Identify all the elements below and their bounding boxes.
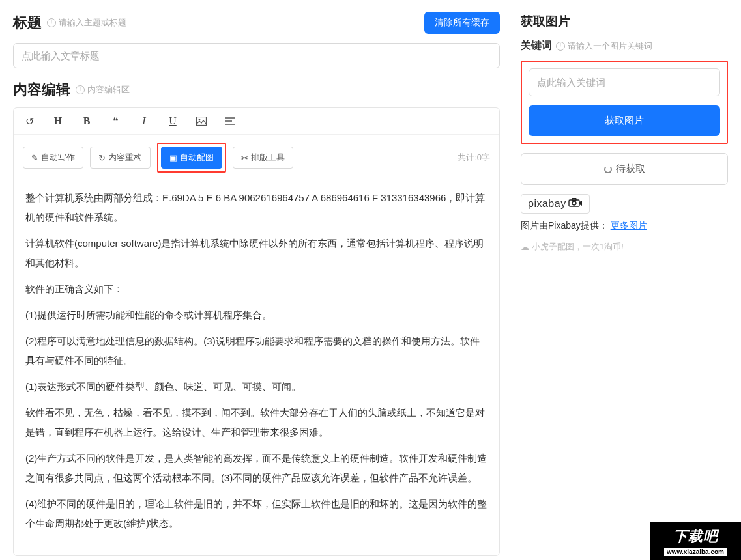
paragraph: (2)生产方式不同的软件是开发，是人类智能的高发挥，而不是传统意义上的硬件制造。…	[25, 449, 487, 488]
article-title-input[interactable]	[13, 43, 500, 68]
paragraph: 软件看不见，无色，枯燥，看不见，摸不到，闻不到。软件大部分存在于人们的头脑或纸上…	[25, 403, 487, 442]
tool-icon: ✂	[241, 153, 248, 163]
paragraph: 软件的正确含义如下：	[25, 279, 487, 299]
svg-point-6	[572, 201, 576, 205]
svg-rect-7	[572, 199, 576, 201]
main-panel: 标题 ! 请输入主题或标题 清除所有缓存 内容编辑 ! 内容编辑区 ↺ H	[0, 0, 513, 556]
pixabay-badge: pixabay	[521, 194, 590, 214]
camera-icon	[568, 198, 583, 210]
clear-cache-button[interactable]: 清除所有缓存	[424, 12, 500, 34]
paragraph: (1)提供运行时所需功能和性能的命令或计算机程序集合。	[25, 305, 487, 325]
bold-icon[interactable]: B	[80, 115, 93, 128]
image-icon[interactable]	[195, 115, 208, 128]
align-icon[interactable]	[224, 115, 237, 128]
keyword-input[interactable]	[529, 68, 720, 96]
pencil-icon: ✎	[31, 153, 38, 163]
credit-line: 图片由Pixabay提供： 更多图片	[521, 220, 728, 232]
watermark: 下载吧 www.xiazaiba.com	[650, 522, 741, 560]
keyword-hint: ! 请输入一个图片关键词	[556, 40, 652, 52]
undo-icon[interactable]: ↺	[23, 115, 36, 128]
editor: ↺ H B ❝ I U ✎自动写作 ↻内容重构 ▣自动配图 ✂排版工具 共计	[13, 107, 500, 556]
content-section-header: 内容编辑 ! 内容编辑区	[13, 80, 500, 100]
paragraph: (4)维护不同的硬件是旧的，理论上软件是旧的，并不坏，但实际上软件也是旧的和坏的…	[25, 494, 487, 533]
keyword-label-row: 关键词 ! 请输入一个图片关键词	[521, 39, 728, 53]
fetch-image-button[interactable]: 获取图片	[529, 105, 720, 136]
keyword-label: 关键词	[521, 39, 552, 53]
auto-image-button[interactable]: ▣自动配图	[161, 147, 222, 169]
paragraph: (1)表达形式不同的硬件类型、颜色、味道、可见、可摸、可闻。	[25, 377, 487, 397]
svg-rect-0	[197, 117, 207, 126]
info-icon: !	[76, 85, 85, 94]
status-button[interactable]: 待获取	[521, 153, 728, 185]
more-images-link[interactable]: 更多图片	[611, 220, 647, 231]
paragraph: (2)程序可以满意地处理信息的数据结构。(3)说明程序功能要求和程序需要的文档的…	[25, 331, 487, 371]
action-toolbar: ✎自动写作 ↻内容重构 ▣自动配图 ✂排版工具 共计:0字	[14, 135, 499, 180]
refresh-icon: ↻	[98, 153, 106, 163]
picture-icon: ▣	[169, 153, 177, 163]
italic-icon[interactable]: I	[138, 115, 151, 128]
info-icon: !	[47, 18, 56, 27]
restructure-button[interactable]: ↻内容重构	[90, 147, 151, 169]
spinner-icon	[604, 165, 612, 173]
highlighted-auto-image: ▣自动配图	[157, 143, 226, 173]
sidebar: 获取图片 关键词 ! 请输入一个图片关键词 获取图片 待获取 pixabay 图…	[513, 0, 741, 556]
svg-point-1	[199, 119, 201, 120]
info-icon: !	[556, 42, 565, 51]
title-section-header: 标题 ! 请输入主题或标题 清除所有缓存	[13, 12, 500, 34]
format-toolbar: ↺ H B ❝ I U	[14, 108, 499, 135]
content-label: 内容编辑	[13, 80, 70, 100]
content-area[interactable]: 整个计算机系统由两部分组成：E.69DA 5 E 6 BA 9062616964…	[14, 180, 499, 555]
cloud-icon: ☁	[521, 242, 529, 252]
content-hint: ! 内容编辑区	[76, 84, 130, 96]
auto-write-button[interactable]: ✎自动写作	[23, 147, 83, 169]
word-counter: 共计:0字	[458, 152, 490, 163]
sidebar-title: 获取图片	[521, 13, 728, 30]
footer-tip: ☁ 小虎子配图，一次1淘币!	[521, 241, 624, 253]
title-hint: ! 请输入主题或标题	[47, 17, 126, 29]
quote-icon[interactable]: ❝	[109, 115, 122, 128]
underline-icon[interactable]: U	[166, 115, 179, 128]
title-label: 标题	[13, 13, 42, 33]
heading-icon[interactable]: H	[51, 115, 65, 128]
layout-tool-button[interactable]: ✂排版工具	[233, 147, 293, 169]
paragraph: 计算机软件(computer software)是指计算机系统中除硬件以外的所有…	[25, 234, 487, 273]
paragraph: 整个计算机系统由两部分组成：E.69DA 5 E 6 BA 9062616964…	[25, 188, 487, 227]
highlighted-keyword-box: 获取图片	[521, 61, 728, 144]
